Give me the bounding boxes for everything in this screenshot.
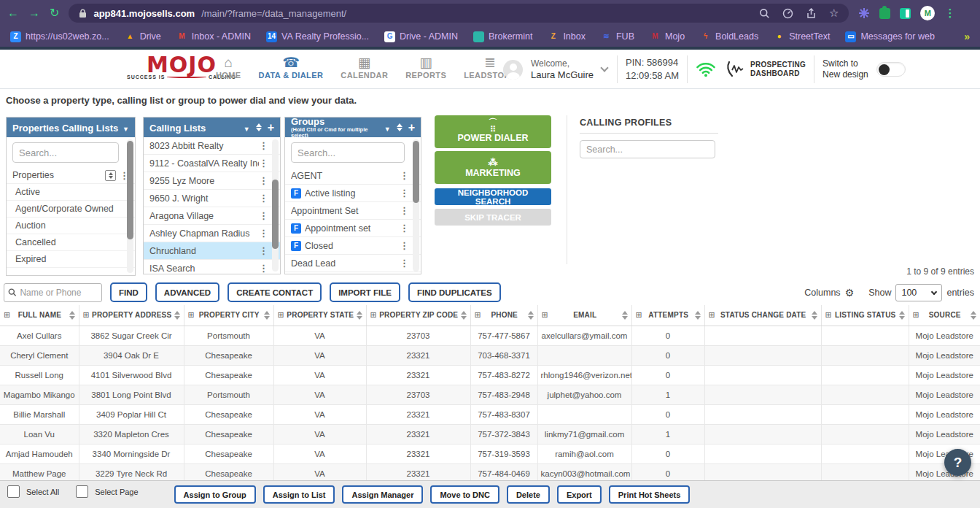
expand-column-icon[interactable] bbox=[542, 310, 548, 320]
calling-list-item[interactable]: Chruchland bbox=[144, 242, 280, 260]
property-type-item[interactable]: Active bbox=[7, 184, 135, 201]
sort-icon[interactable] bbox=[174, 311, 180, 320]
column-header[interactable]: PROPERTY CITY bbox=[184, 305, 273, 326]
back-icon[interactable] bbox=[7, 7, 19, 19]
group-item[interactable]: Appointment Set bbox=[285, 202, 421, 220]
nav-item[interactable]: ▥ REPORTS bbox=[405, 55, 446, 80]
footer-action-button[interactable]: Assign to List bbox=[263, 485, 335, 504]
select-all-checkbox[interactable] bbox=[7, 485, 20, 498]
kebab-menu-icon[interactable] bbox=[400, 258, 409, 269]
contact-search-box[interactable] bbox=[4, 283, 102, 302]
extensions-puzzle-icon[interactable] bbox=[879, 8, 890, 19]
new-design-toggle[interactable] bbox=[876, 62, 906, 77]
bookmark[interactable]: ● StreetText bbox=[774, 31, 830, 42]
add-group-icon[interactable] bbox=[408, 121, 415, 134]
property-type-item[interactable]: Expired bbox=[7, 251, 135, 268]
footer-action-button[interactable]: Export bbox=[557, 485, 602, 504]
calling-list-item[interactable]: Ashley Chapman Radius bbox=[144, 225, 280, 242]
sort-icon[interactable] bbox=[264, 311, 270, 320]
kebab-menu-icon[interactable] bbox=[259, 193, 268, 204]
table-row[interactable]: Amjad Hamoudeh 3340 Morningside Dr Chesa… bbox=[0, 444, 980, 463]
column-header[interactable]: ATTEMPTS bbox=[631, 305, 704, 326]
add-list-icon[interactable] bbox=[268, 121, 274, 134]
sort-icon[interactable] bbox=[397, 123, 402, 131]
help-button[interactable]: ? bbox=[944, 449, 971, 476]
collapse-chevron-icon[interactable] bbox=[122, 121, 129, 134]
kebab-menu-icon[interactable] bbox=[259, 175, 268, 186]
calling-profiles-search-input[interactable] bbox=[580, 140, 715, 158]
page-size-select[interactable]: 100 bbox=[895, 284, 942, 301]
kebab-menu-icon[interactable] bbox=[259, 245, 268, 256]
sort-box-icon[interactable] bbox=[105, 170, 116, 181]
groups-search-input[interactable] bbox=[291, 142, 405, 163]
speed-dial-icon[interactable] bbox=[782, 8, 793, 19]
sidebar-panel-icon[interactable] bbox=[900, 8, 911, 19]
property-type-item[interactable]: Auction bbox=[7, 218, 135, 234]
bookmark[interactable]: Z https://us02web.zo... bbox=[10, 31, 109, 42]
bookmarks-overflow-icon[interactable] bbox=[964, 31, 970, 42]
power-dialer-button[interactable]: POWER DIALER bbox=[435, 115, 551, 148]
select-page-checkbox[interactable] bbox=[76, 485, 88, 498]
table-row[interactable]: Russell Long 4101 Silverwood Blvd Chesap… bbox=[0, 365, 980, 385]
toolbar-button[interactable]: IMPORT FILE bbox=[330, 282, 400, 302]
sort-icon[interactable] bbox=[256, 123, 262, 131]
scrollbar[interactable] bbox=[413, 139, 419, 272]
marketing-button[interactable]: MARKETING bbox=[435, 151, 551, 184]
nav-item[interactable]: ☎ DATA & DIALER bbox=[259, 55, 324, 80]
user-avatar[interactable] bbox=[503, 60, 523, 80]
scrollbar-thumb[interactable] bbox=[272, 180, 279, 249]
address-bar[interactable]: app841.mojosells.com /main/?frame=/data_… bbox=[69, 4, 849, 23]
footer-action-button[interactable]: Assign to Group bbox=[174, 485, 256, 504]
properties-root-item[interactable]: Properties bbox=[7, 167, 135, 184]
kebab-menu-icon[interactable] bbox=[259, 263, 268, 274]
kebab-menu-icon[interactable] bbox=[259, 228, 268, 239]
scrollbar-thumb[interactable] bbox=[413, 141, 419, 203]
table-row[interactable]: Loan Vu 3320 Mapleton Cres Chesapeake VA… bbox=[0, 424, 980, 444]
column-header[interactable]: LISTING STATUS bbox=[821, 305, 909, 326]
property-type-item[interactable]: Cancelled bbox=[7, 234, 135, 251]
scrollbar[interactable] bbox=[272, 139, 279, 272]
expand-column-icon[interactable] bbox=[913, 310, 919, 320]
column-header[interactable]: PROPERTY ZIP CODE bbox=[366, 305, 470, 326]
sort-icon[interactable] bbox=[69, 311, 75, 320]
bookmark[interactable]: ▭ Messages for web bbox=[845, 31, 934, 42]
property-type-item[interactable]: Agent/Corporate Owned bbox=[7, 201, 135, 218]
footer-action-button[interactable]: Move to DNC bbox=[430, 485, 499, 504]
prospecting-dashboard-link[interactable]: PROSPECTING DASHBOARD bbox=[724, 61, 806, 78]
contact-search-input[interactable] bbox=[18, 287, 98, 299]
browser-profile-avatar[interactable]: M bbox=[920, 6, 935, 20]
sort-icon[interactable] bbox=[899, 311, 905, 320]
sort-icon[interactable] bbox=[971, 311, 976, 320]
expand-column-icon[interactable] bbox=[188, 310, 195, 320]
expand-column-icon[interactable] bbox=[709, 310, 715, 320]
bookmark[interactable]: G Drive - ADMIN bbox=[384, 31, 458, 42]
calling-list-item[interactable]: 9112 - CoastalVA Realty Inc. bbox=[144, 155, 280, 172]
table-row[interactable]: Axel Cullars 3862 Sugar Creek Cir Portsm… bbox=[0, 326, 980, 345]
expand-column-icon[interactable] bbox=[370, 310, 377, 320]
kebab-menu-icon[interactable] bbox=[400, 188, 409, 199]
toolbar-button[interactable]: FIND bbox=[110, 282, 147, 302]
group-item[interactable]: Closed bbox=[285, 237, 421, 255]
refresh-icon[interactable] bbox=[50, 7, 59, 19]
scrollbar[interactable] bbox=[127, 139, 133, 273]
chevron-down-icon[interactable] bbox=[600, 64, 608, 72]
bookmark[interactable]: 14 VA Realty Professio... bbox=[266, 31, 369, 42]
sort-icon[interactable] bbox=[695, 311, 701, 320]
column-header[interactable]: FULL NAME bbox=[0, 305, 79, 326]
sort-icon[interactable] bbox=[357, 311, 362, 320]
column-header[interactable]: EMAIL bbox=[537, 305, 631, 326]
expand-column-icon[interactable] bbox=[278, 310, 284, 320]
group-item[interactable]: Dead Lead bbox=[285, 255, 421, 272]
bookmark[interactable]: Brokermint bbox=[473, 31, 532, 42]
bookmark[interactable]: M Inbox - ADMIN bbox=[176, 31, 251, 42]
kebab-menu-icon[interactable] bbox=[259, 158, 268, 169]
column-header[interactable]: PROPERTY ADDRESS bbox=[79, 305, 184, 326]
expand-column-icon[interactable] bbox=[636, 310, 642, 320]
kebab-menu-icon[interactable] bbox=[400, 223, 409, 234]
footer-action-button[interactable]: Assign Manager bbox=[342, 485, 423, 504]
kebab-menu-icon[interactable] bbox=[400, 240, 409, 251]
search-icon[interactable] bbox=[759, 8, 770, 19]
expand-column-icon[interactable] bbox=[83, 310, 90, 320]
calling-list-item[interactable]: Aragona Village bbox=[144, 207, 280, 225]
skip-tracer-button[interactable]: SKIP TRACER bbox=[435, 209, 551, 226]
